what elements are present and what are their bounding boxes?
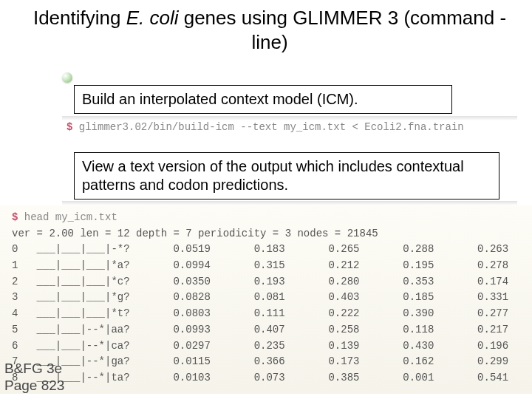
section-view-output: View a text version of the output which … xyxy=(74,152,499,200)
output-row: 6 ___|___|--*|ca? 0.0297 0.235 0.139 0.4… xyxy=(12,338,532,355)
output-row: 7 ___|___|--*|ga? 0.0115 0.366 0.173 0.1… xyxy=(12,354,532,370)
output-row: 3 ___|___|___|*g? 0.0828 0.081 0.403 0.1… xyxy=(12,290,532,306)
shadow-divider xyxy=(62,116,517,120)
slide-title: Identifying E. coli genes using GLIMMER … xyxy=(0,0,532,57)
output-rows: 0 ___|___|___|-*? 0.0519 0.183 0.265 0.2… xyxy=(12,242,532,386)
title-pre: Identifying xyxy=(33,7,126,29)
title-ital: E. coli xyxy=(126,7,179,29)
output-row: 1 ___|___|___|*a? 0.0994 0.315 0.212 0.1… xyxy=(12,258,532,274)
output-head-line: $ head my_icm.txt xyxy=(12,210,532,226)
cmd1-text: glimmer3.02/bin/build-icm --text my_icm.… xyxy=(72,121,463,133)
output-row: 0 ___|___|___|-*? 0.0519 0.183 0.265 0.2… xyxy=(12,242,532,258)
output-row: 8 ___|___|--*|ta? 0.0103 0.073 0.385 0.0… xyxy=(12,370,532,386)
section1-text: Build an interpolated context model (ICM… xyxy=(82,91,358,107)
section2-text: View a text version of the output which … xyxy=(82,158,464,193)
output-row: 5 ___|___|--*|aa? 0.0993 0.407 0.258 0.1… xyxy=(12,322,532,338)
output-meta-line: ver = 2.00 len = 12 depth = 7 periodicit… xyxy=(12,226,532,242)
footer-line1: B&FG 3e xyxy=(4,361,64,378)
bullet-decor-icon xyxy=(62,72,72,83)
title-post: genes using GLIMMER 3 (command -line) xyxy=(178,7,506,53)
command-build-icm: $ glimmer3.02/bin/build-icm --text my_ic… xyxy=(66,121,464,133)
output-row: 2 ___|___|___|*c? 0.0350 0.193 0.280 0.3… xyxy=(12,274,532,290)
slide-footer: B&FG 3e Page 823 xyxy=(4,361,64,395)
head-cmd-text: head my_icm.txt xyxy=(18,211,117,223)
section-build-icm: Build an interpolated context model (ICM… xyxy=(74,85,452,114)
output-row: 4 ___|___|___|*t? 0.0803 0.111 0.222 0.3… xyxy=(12,306,532,322)
terminal-output-block: $ head my_icm.txt ver = 2.00 len = 12 de… xyxy=(0,205,532,394)
footer-line2: Page 823 xyxy=(4,378,64,395)
